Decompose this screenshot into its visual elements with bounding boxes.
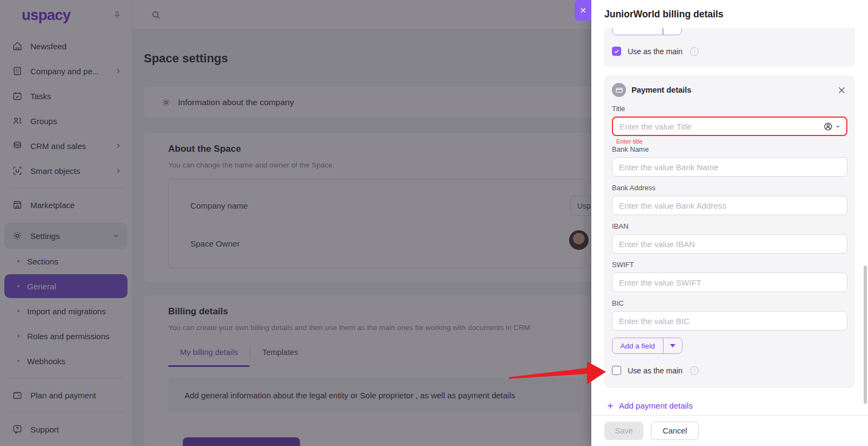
panel-body: Use as the main Payment details Title — [591, 28, 868, 415]
bank-address-input[interactable] — [612, 196, 847, 215]
use-as-main-label: Use as the main — [628, 366, 682, 375]
add-payment-details-label: Add payment details — [619, 401, 693, 410]
button-divider — [662, 28, 663, 35]
payment-section-close-icon[interactable] — [836, 85, 847, 96]
panel-scrollbar-thumb[interactable] — [864, 266, 867, 404]
add-payment-details-link[interactable]: Add payment details — [607, 401, 693, 410]
field-label-bic: BIC — [612, 299, 847, 307]
billing-details-panel: JuniorWorld billing details Use as the m… — [591, 0, 868, 446]
payment-details-section: Payment details Title — [604, 75, 855, 388]
panel-footer: Save Cancel — [591, 415, 868, 446]
info-icon[interactable] — [690, 47, 699, 56]
bic-input[interactable] — [612, 311, 847, 331]
panel-close-button[interactable] — [575, 0, 591, 21]
use-as-main-label: Use as the main — [628, 47, 682, 56]
cancel-button[interactable]: Cancel — [651, 422, 699, 440]
add-field-button-partial[interactable] — [612, 28, 682, 35]
title-error-message: Enter title — [616, 138, 847, 145]
payment-card-icon — [612, 83, 626, 97]
plus-icon — [607, 402, 614, 410]
panel-title: JuniorWorld billing details — [604, 9, 723, 20]
info-icon[interactable] — [690, 366, 699, 375]
add-field-label: Add a field — [612, 342, 663, 350]
bank-name-input[interactable] — [612, 157, 847, 177]
swift-input[interactable] — [612, 273, 847, 292]
field-label-iban: IBAN — [612, 222, 847, 230]
user-circle-icon[interactable] — [824, 122, 833, 131]
modal-dim-overlay[interactable] — [0, 0, 591, 446]
add-field-button[interactable]: Add a field — [612, 338, 682, 354]
general-info-section: Use as the main — [604, 28, 855, 67]
field-label-bank-name: Bank Name — [612, 145, 847, 153]
panel-header: JuniorWorld billing details — [591, 0, 868, 28]
field-label-title: Title — [612, 105, 847, 113]
payment-details-title: Payment details — [631, 86, 691, 94]
iban-input[interactable] — [612, 234, 847, 254]
field-label-bank-address: Bank Address — [612, 184, 847, 192]
save-button[interactable]: Save — [604, 422, 643, 440]
field-label-swift: SWIFT — [612, 261, 847, 269]
title-input[interactable] — [612, 117, 847, 136]
use-as-main-checkbox-top[interactable] — [612, 47, 621, 56]
add-field-dropdown-icon[interactable] — [663, 344, 682, 347]
use-as-main-checkbox-bottom[interactable] — [612, 366, 621, 375]
chevron-down-icon[interactable] — [835, 124, 841, 130]
